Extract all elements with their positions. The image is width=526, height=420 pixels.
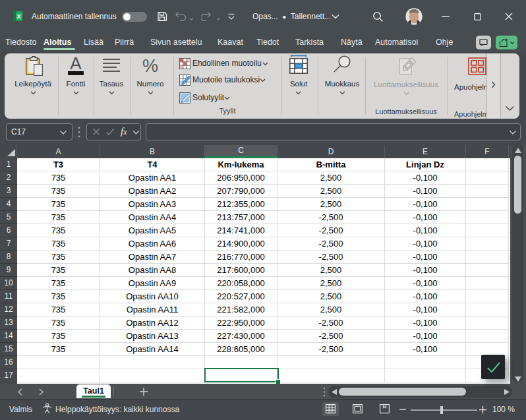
svg-text:A: A — [70, 55, 82, 73]
svg-text:%: % — [142, 56, 158, 76]
svg-text:X: X — [17, 13, 21, 20]
